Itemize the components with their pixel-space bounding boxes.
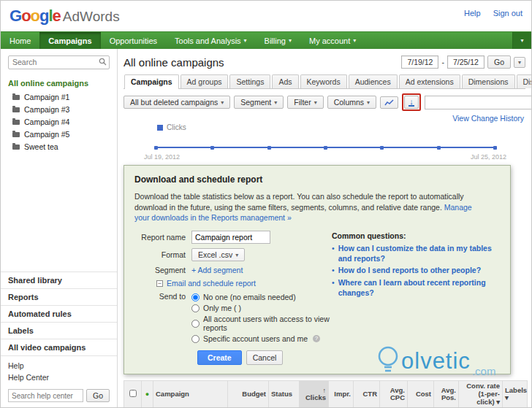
tab-ads[interactable]: Ads — [272, 74, 298, 88]
email-schedule-link[interactable]: Email and schedule report — [167, 279, 256, 288]
folder-icon — [12, 120, 20, 125]
campaign-search-input[interactable] — [425, 96, 532, 109]
column-header-impr[interactable]: Impr. — [329, 381, 354, 408]
column-header-clicks[interactable]: ↑ Clicks — [300, 381, 329, 408]
sidebar-all-online-campaigns[interactable]: All online campaigns — [1, 77, 117, 91]
help-search-go-button[interactable]: Go — [86, 389, 110, 402]
format-select[interactable]: Excel .csv▾ — [191, 248, 245, 261]
tab-settings[interactable]: Settings — [229, 74, 270, 88]
chart-toggle-button[interactable] — [380, 96, 398, 109]
date-range-dropdown[interactable]: ▾ — [514, 57, 525, 68]
column-header-avg-cpc[interactable]: Avg. CPC — [380, 381, 408, 408]
sidebar: All online campaigns Campaign #1 Campaig… — [1, 49, 118, 408]
column-header-conv-rate[interactable]: Conv. rate (1-per-click) ▾ — [459, 381, 503, 408]
help-icon[interactable]: ? — [313, 335, 320, 342]
question-link-reporting-changes[interactable]: Where can I learn about recent reporting… — [338, 278, 500, 298]
bullet-icon: • — [332, 266, 335, 276]
chart-plot — [156, 136, 495, 153]
create-button[interactable]: Create — [197, 350, 242, 365]
tab-ad-groups[interactable]: Ad groups — [180, 74, 229, 88]
radio-input[interactable] — [191, 320, 200, 328]
sidebar-help-center-link[interactable]: Help Center — [8, 372, 110, 383]
column-label: Clicks — [305, 393, 326, 401]
radio-no-one[interactable]: No one (no emails needed) — [191, 293, 332, 301]
radio-input[interactable] — [191, 304, 200, 312]
sidebar-item-shared-library[interactable]: Shared library — [1, 272, 117, 288]
radio-label: Specific account users and me — [203, 334, 308, 343]
help-center-search-input[interactable] — [8, 389, 83, 402]
tab-campaigns[interactable]: Campaigns — [124, 74, 179, 89]
column-header-ctr[interactable]: CTR — [354, 381, 380, 408]
columns-dropdown[interactable]: Columns▾ — [327, 96, 376, 109]
nav-overflow-dropdown[interactable]: ▾ — [512, 32, 531, 49]
question-link-send-reports[interactable]: How do I send reports to other people? — [338, 266, 481, 276]
column-header-cost[interactable]: Cost — [408, 381, 434, 408]
sidebar-campaign-item[interactable]: Campaign #5 — [1, 128, 117, 141]
date-to-field[interactable]: 7/25/12 — [447, 55, 484, 69]
radio-specific-users[interactable]: Specific account users and me? — [191, 334, 332, 343]
sidebar-help-link[interactable]: Help — [8, 360, 110, 372]
campaign-filter-dropdown[interactable]: All but deleted campaigns▾ — [123, 96, 230, 109]
dialog-description: Download the table statistics below as a… — [134, 191, 479, 223]
view-change-history-row: View Change History — [123, 112, 525, 123]
tab-dimensions[interactable]: Dimensions — [462, 74, 515, 88]
radio-input[interactable] — [191, 293, 200, 301]
sidebar-search-input[interactable] — [8, 55, 110, 69]
collapse-icon[interactable]: − — [156, 280, 163, 287]
dialog-title: Download and schedule report — [134, 174, 500, 185]
tab-keywords[interactable]: Keywords — [300, 74, 347, 88]
download-report-button[interactable]: ↓ — [404, 96, 419, 109]
select-all-checkbox[interactable] — [129, 390, 137, 397]
nav-item-tools-and-analysis[interactable]: Tools and Analysis▾ — [166, 32, 256, 49]
sidebar-bottom-nav: Shared library Reports Automated rules L… — [1, 272, 117, 404]
chart-point — [437, 146, 441, 150]
sidebar-item-reports[interactable]: Reports — [1, 288, 117, 305]
format-label: Format — [134, 250, 191, 259]
sign-out-link[interactable]: Sign out — [493, 9, 522, 18]
x-axis-end-label: Jul 25, 2012 — [471, 153, 506, 161]
tab-ad-extensions[interactable]: Ad extensions — [399, 74, 460, 88]
radio-input[interactable] — [191, 335, 200, 343]
filter-dropdown[interactable]: Filter▾ — [287, 96, 323, 109]
campaign-name: Campaign #5 — [24, 130, 69, 139]
nav-item-my-account[interactable]: My account▾ — [300, 32, 365, 49]
sidebar-campaign-item[interactable]: Sweet tea — [1, 141, 117, 153]
sidebar-item-automated-rules[interactable]: Automated rules — [1, 305, 117, 322]
date-from-field[interactable]: 7/19/12 — [401, 55, 438, 69]
sidebar-item-labels[interactable]: Labels — [1, 322, 117, 339]
sort-ascending-icon: ↑ — [323, 387, 327, 394]
nav-item-campaigns[interactable]: Campaigns — [39, 32, 100, 49]
column-header-budget[interactable]: Budget — [228, 381, 269, 408]
status-dot-icon: ● — [145, 390, 149, 398]
segment-dropdown[interactable]: Segment▾ — [234, 96, 284, 109]
top-bar: GoogleAdWords Help Sign out — [1, 1, 531, 31]
radio-label: Only me ( ) — [203, 304, 241, 312]
sidebar-item-all-video-campaigns[interactable]: All video campaigns — [1, 339, 117, 355]
report-name-input[interactable] — [191, 231, 270, 244]
segment-row: Segment + Add segment — [134, 266, 332, 274]
chevron-down-icon: ▾ — [314, 99, 317, 106]
tab-display-network[interactable]: Display Network — [517, 74, 532, 88]
sidebar-campaign-item[interactable]: Campaign #4 — [1, 116, 117, 128]
sidebar-campaign-item[interactable]: Campaign #3 — [1, 104, 117, 116]
nav-label: Opportunities — [110, 36, 157, 45]
add-segment-link[interactable]: + Add segment — [191, 266, 243, 274]
question-link-customize-data[interactable]: How can I customize the data in my table… — [338, 244, 500, 263]
help-link[interactable]: Help — [464, 9, 481, 18]
column-header-avg-pos[interactable]: Avg. Pos. — [434, 381, 459, 408]
column-header-campaign[interactable]: Campaign — [153, 381, 228, 408]
view-change-history-link[interactable]: View Change History — [452, 114, 524, 123]
cancel-button[interactable]: Cancel — [246, 350, 284, 365]
nav-item-billing[interactable]: Billing▾ — [256, 32, 300, 49]
column-header-labels[interactable]: Labels ▾ — [503, 381, 528, 408]
column-label: Conv. rate (1-per-click) — [466, 382, 500, 406]
column-header-status[interactable]: Status — [269, 381, 300, 408]
logo-letter: o — [21, 7, 30, 25]
sidebar-campaign-item[interactable]: Campaign #1 — [1, 91, 117, 104]
nav-item-home[interactable]: Home — [1, 32, 39, 49]
radio-only-me[interactable]: Only me ( ) — [191, 304, 332, 312]
date-go-button[interactable]: Go — [487, 55, 511, 69]
nav-item-opportunities[interactable]: Opportunities — [101, 32, 166, 49]
radio-all-account-users[interactable]: All account users with access to view re… — [191, 315, 332, 332]
tab-audiences[interactable]: Audiences — [349, 74, 398, 88]
